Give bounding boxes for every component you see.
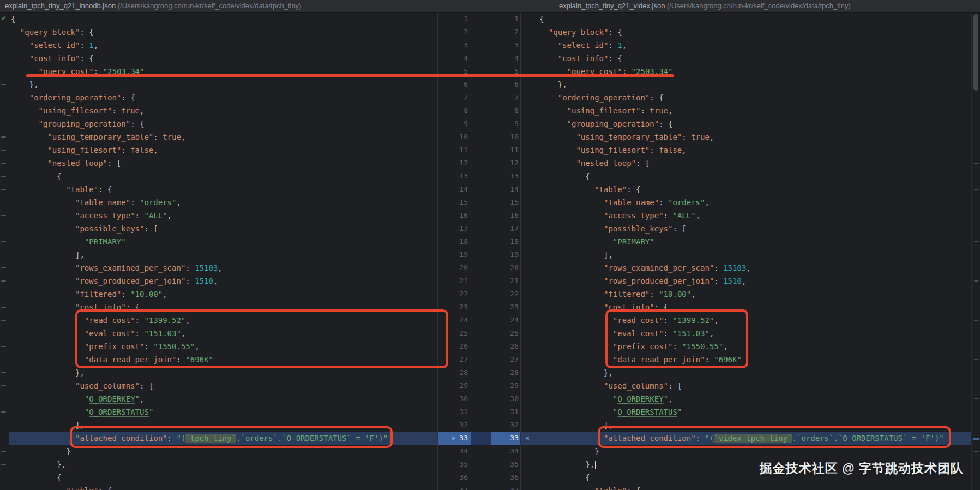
- left-code-line[interactable]: },: [9, 458, 437, 471]
- left-code-line[interactable]: "O_ORDERSTATUS": [9, 405, 437, 419]
- change-dash: [1, 385, 6, 386]
- code-line: "cost_info": {44 "cost_info": {: [9, 52, 971, 65]
- right-code-line[interactable]: ],: [520, 248, 971, 261]
- right-code-line[interactable]: "table_name": "orders",: [520, 196, 971, 209]
- left-code-line[interactable]: }: [9, 445, 437, 458]
- scrollbar[interactable]: [971, 13, 980, 490]
- left-code-line[interactable]: "attached_condition": "(`tpch_tiny`.`ord…: [9, 432, 437, 445]
- code-token: ,: [746, 264, 750, 272]
- code-line: {11{: [9, 13, 971, 26]
- right-code-line[interactable]: "using_filesort": true,: [520, 104, 971, 117]
- left-code-line[interactable]: "eval_cost": "151.03",: [9, 327, 437, 340]
- left-code-line[interactable]: "rows_examined_per_scan": 15103,: [9, 261, 437, 274]
- scrollbar-dash: [974, 359, 978, 360]
- left-code-line[interactable]: "cost_info": {: [9, 301, 437, 314]
- right-code-line[interactable]: "grouping_operation": {: [520, 117, 971, 130]
- code-token: :: [185, 264, 195, 272]
- left-code-line[interactable]: {: [9, 170, 437, 183]
- right-code-line[interactable]: {: [520, 170, 971, 183]
- code-token: "query_block": [549, 28, 609, 37]
- right-code-line[interactable]: "rows_produced_per_join": 1510,: [520, 274, 971, 288]
- diff-current-marker-right-icon[interactable]: «: [525, 432, 530, 445]
- left-code-line[interactable]: "table_name": "orders",: [9, 196, 437, 209]
- code-token: : {: [627, 486, 640, 490]
- right-code-line[interactable]: "O_ORDERSTATUS": [520, 405, 971, 419]
- left-code-line[interactable]: "access_type": "ALL",: [9, 209, 437, 222]
- left-code-line[interactable]: "used_columns": [: [9, 379, 437, 392]
- right-code-line[interactable]: "query_cost": "2503.34": [520, 65, 971, 78]
- left-code-line[interactable]: "cost_info": {: [9, 52, 437, 65]
- code-token: "read_cost": [85, 316, 135, 325]
- left-code-line[interactable]: "O_ORDERKEY",: [9, 392, 437, 405]
- code-token: ,: [696, 211, 700, 220]
- right-code-line[interactable]: "cost_info": {: [520, 301, 971, 314]
- right-code-line[interactable]: "access_type": "ALL",: [520, 209, 971, 222]
- code-line: "grouping_operation": {99 "grouping_oper…: [9, 117, 971, 130]
- left-code-line[interactable]: "using_filesort": false,: [9, 144, 437, 157]
- left-code-line[interactable]: ],: [9, 248, 437, 261]
- gutter-divider: [471, 366, 491, 379]
- left-code-line[interactable]: },: [9, 78, 437, 91]
- left-code-line[interactable]: "select_id": 1,: [9, 39, 437, 52]
- left-line-number: 5: [437, 65, 471, 78]
- left-code-line[interactable]: "query_cost": "2503.34": [9, 65, 437, 78]
- left-code-line[interactable]: "rows_produced_per_join": 1510,: [9, 274, 437, 288]
- right-code-line[interactable]: "O_ORDERKEY",: [520, 392, 971, 405]
- code-token: {: [57, 473, 61, 482]
- code-token: "2503.34": [632, 67, 673, 76]
- right-code-line[interactable]: "rows_examined_per_scan": 15103,: [520, 261, 971, 274]
- right-code-line[interactable]: "query_block": {: [520, 26, 971, 39]
- scrollbar-thumb[interactable]: [973, 14, 978, 91]
- left-code-line[interactable]: "read_cost": "1399.52",: [9, 314, 437, 327]
- left-code-line[interactable]: "possible_keys": [: [9, 222, 437, 235]
- right-code-line[interactable]: "used_columns": [: [520, 379, 971, 392]
- right-code-line[interactable]: "filtered": "10.00",: [520, 288, 971, 301]
- gutter-divider: [471, 288, 491, 301]
- code-token: :: [714, 264, 723, 272]
- scrollbar-diff-mark[interactable]: [973, 438, 979, 440]
- code-token: ,: [668, 106, 672, 115]
- right-code-line[interactable]: },: [520, 78, 971, 91]
- right-code-line[interactable]: "select_id": 1,: [520, 39, 971, 52]
- right-code-line[interactable]: "table": {: [520, 183, 971, 196]
- left-code-line[interactable]: {: [9, 471, 437, 484]
- left-code-line[interactable]: "using_filesort": true,: [9, 104, 437, 117]
- right-code-line[interactable]: "using_temporary_table": true,: [520, 130, 971, 144]
- scrollbar-dash: [974, 398, 978, 399]
- diff-current-marker-left-icon[interactable]: »: [452, 434, 456, 442]
- right-code-line[interactable]: "using_filesort": false,: [520, 144, 971, 157]
- right-code-line[interactable]: "eval_cost": "151.03",: [520, 327, 971, 340]
- left-code-line[interactable]: ],: [9, 419, 437, 432]
- left-code-line[interactable]: "prefix_cost": "1550.55",: [9, 340, 437, 353]
- right-code-line[interactable]: "ordering_operation": {: [520, 91, 971, 104]
- gutter-divider: [471, 65, 491, 78]
- right-code-line[interactable]: "table": {: [520, 484, 971, 490]
- left-code-line[interactable]: "query_block": {: [9, 26, 437, 39]
- left-code-line[interactable]: "table": {: [9, 484, 437, 490]
- left-code-line[interactable]: "ordering_operation": {: [9, 91, 437, 104]
- right-code-line[interactable]: "nested_loop": [: [520, 157, 971, 170]
- right-code-line[interactable]: « "attached_condition": "(`videx_tpch_ti…: [520, 432, 971, 445]
- left-code-line[interactable]: "table": {: [9, 183, 437, 196]
- right-code-line[interactable]: "prefix_cost": "1550.55",: [520, 340, 971, 353]
- left-code-line[interactable]: "PRIMARY": [9, 235, 437, 248]
- right-code-line[interactable]: },: [520, 366, 971, 379]
- left-code-line[interactable]: "data_read_per_join": "696K": [9, 353, 437, 366]
- left-code-line[interactable]: "filtered": "10.00",: [9, 288, 437, 301]
- right-code-line[interactable]: {: [520, 13, 971, 26]
- right-code-line[interactable]: "PRIMARY": [520, 235, 971, 248]
- code-token: "orders": [668, 198, 705, 207]
- code-token: "2503.34": [103, 67, 145, 76]
- right-code-line[interactable]: ],: [520, 419, 971, 432]
- right-code-line[interactable]: "cost_info": {: [520, 52, 971, 65]
- left-code-line[interactable]: },: [9, 366, 437, 379]
- right-code-line[interactable]: }: [520, 445, 971, 458]
- left-code-line[interactable]: {: [9, 13, 437, 26]
- left-code-line[interactable]: "nested_loop": [: [9, 157, 437, 170]
- right-code-line[interactable]: "read_cost": "1399.52",: [520, 314, 971, 327]
- right-code-line[interactable]: "data_read_per_join": "696K": [520, 353, 971, 366]
- code-token: ,: [163, 290, 167, 298]
- left-code-line[interactable]: "grouping_operation": {: [9, 117, 437, 130]
- left-code-line[interactable]: "using_temporary_table": true,: [9, 130, 437, 144]
- right-code-line[interactable]: "possible_keys": [: [520, 222, 971, 235]
